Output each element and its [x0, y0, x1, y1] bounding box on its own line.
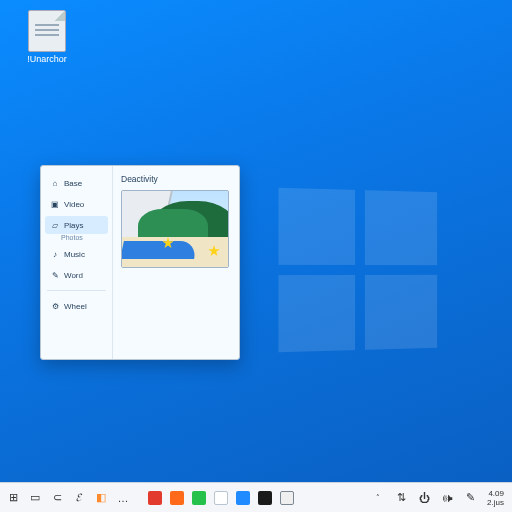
- pinned-app-black[interactable]: [256, 489, 274, 507]
- clock-time: 4.09: [487, 489, 504, 498]
- doc-icon: ✎: [50, 270, 60, 280]
- sidebar-item-settings[interactable]: ⚙ Wheel: [45, 297, 108, 315]
- image-icon: ▱: [50, 220, 60, 230]
- document-icon: [28, 10, 66, 52]
- clock-date: 2.jus: [487, 498, 504, 507]
- tray-pen-icon[interactable]: ✎: [461, 489, 479, 507]
- pinned-app-blue[interactable]: [234, 489, 252, 507]
- taskbar-clock[interactable]: 4.09 2.jus: [483, 489, 508, 507]
- sidebar-separator: [47, 290, 106, 291]
- sidebar-item-label: Video: [64, 200, 84, 209]
- start-panel: ⌂ Base ▣ Video ▱ Plays Photos ♪ Music ✎ …: [40, 165, 240, 360]
- sidebar-item-music[interactable]: ♪ Music: [45, 245, 108, 263]
- tray-up-icon[interactable]: ˄: [369, 489, 387, 507]
- desktop-icon-file[interactable]: !Unarchor: [18, 10, 76, 64]
- sidebar-item-label: Wheel: [64, 302, 87, 311]
- sidebar-item-label: Plays: [64, 221, 84, 230]
- start-panel-content: Deactivity: [113, 166, 239, 359]
- pinned-app-term[interactable]: [278, 489, 296, 507]
- desktop-icon-label: !Unarchor: [18, 54, 76, 64]
- sidebar-item-label: Base: [64, 179, 82, 188]
- back-button[interactable]: ⊂: [48, 489, 66, 507]
- desktop-wallpaper[interactable]: !Unarchor ⌂ Base ▣ Video ▱ Plays Photos …: [0, 0, 512, 512]
- sidebar-item-label: Music: [64, 250, 85, 259]
- theme-preview-thumbnail[interactable]: [121, 190, 229, 268]
- pinned-app-orange[interactable]: [168, 489, 186, 507]
- start-button[interactable]: ⊞: [4, 489, 22, 507]
- sidebar-item-sublabel: Photos: [45, 234, 108, 241]
- sidebar-item-documents[interactable]: ✎ Word: [45, 266, 108, 284]
- gear-icon: ⚙: [50, 301, 60, 311]
- system-tray: ˄ ⇅ ⏻ 🕪 ✎: [369, 489, 479, 507]
- app-pin-2[interactable]: …: [114, 489, 132, 507]
- video-icon: ▣: [50, 199, 60, 209]
- sidebar-item-label: Word: [64, 271, 83, 280]
- music-icon: ♪: [50, 249, 60, 259]
- sidebar-item-home[interactable]: ⌂ Base: [45, 174, 108, 192]
- pinned-app-green[interactable]: [190, 489, 208, 507]
- pinned-app-red[interactable]: [146, 489, 164, 507]
- wallpaper-windows-logo: [279, 188, 438, 353]
- pinned-app-white[interactable]: [212, 489, 230, 507]
- home-icon: ⌂: [50, 178, 60, 188]
- taskview-button[interactable]: ▭: [26, 489, 44, 507]
- tray-power-icon[interactable]: ⏻: [415, 489, 433, 507]
- tray-network-icon[interactable]: ⇅: [392, 489, 410, 507]
- tray-volume-icon[interactable]: 🕪: [438, 489, 456, 507]
- content-header: Deactivity: [121, 174, 231, 184]
- start-panel-sidebar: ⌂ Base ▣ Video ▱ Plays Photos ♪ Music ✎ …: [41, 166, 113, 359]
- app-pin-1[interactable]: ◧: [92, 489, 110, 507]
- link-button[interactable]: 𝓔: [70, 489, 88, 507]
- taskbar: ⊞ ▭ ⊂ 𝓔 ◧ … ˄ ⇅ ⏻ 🕪 ✎ 4.09 2.jus: [0, 482, 512, 512]
- sidebar-item-images[interactable]: ▱ Plays: [45, 216, 108, 234]
- sidebar-item-video[interactable]: ▣ Video: [45, 195, 108, 213]
